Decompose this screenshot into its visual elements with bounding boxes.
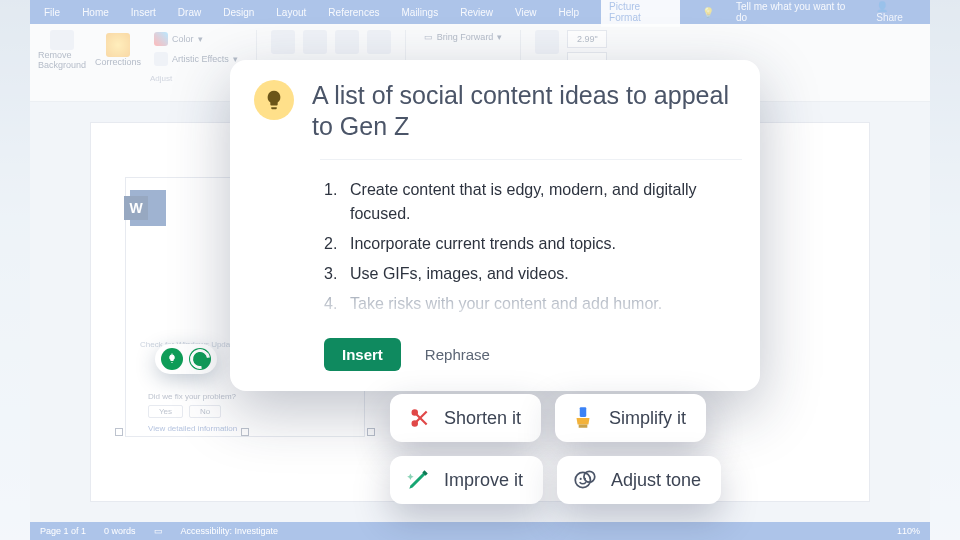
svg-rect-0: [580, 407, 587, 417]
title-bar: File Home Insert Draw Design Layout Refe…: [30, 0, 930, 24]
tab-references[interactable]: References: [328, 7, 379, 18]
remove-background-button[interactable]: Remove Background: [38, 30, 86, 70]
suggestion-card: A list of social content ideas to appeal…: [230, 60, 760, 391]
grammarly-icon: [189, 348, 211, 370]
feedback-dialog: Did we fix your problem? Yes No View det…: [148, 392, 308, 433]
suggestion-chips: Shorten it Simplify it Improve it Adjust…: [390, 394, 830, 504]
bring-forward-button[interactable]: ▭ Bring Forward ▾: [420, 30, 507, 44]
tab-file[interactable]: File: [44, 7, 60, 18]
tab-layout[interactable]: Layout: [276, 7, 306, 18]
picture-style-1[interactable]: [271, 30, 295, 54]
status-accessibility[interactable]: Accessibility: Investigate: [181, 526, 279, 536]
scissors-icon: [404, 404, 432, 432]
lightbulb-icon: [254, 80, 294, 120]
pencil-sparkle-icon: [404, 466, 432, 494]
status-zoom[interactable]: 110%: [897, 526, 920, 536]
status-page[interactable]: Page 1 of 1: [40, 526, 86, 536]
insert-button[interactable]: Insert: [324, 338, 401, 371]
crop-button[interactable]: [535, 30, 559, 54]
tab-design[interactable]: Design: [223, 7, 254, 18]
height-spinner[interactable]: 2.99": [567, 30, 607, 48]
svg-rect-1: [579, 425, 588, 428]
suggestion-body: Create content that is edgy, modern, and…: [320, 159, 742, 328]
svg-point-2: [575, 472, 590, 487]
rephrase-button[interactable]: Rephrase: [425, 346, 490, 363]
tab-review[interactable]: Review: [460, 7, 493, 18]
tab-help[interactable]: Help: [558, 7, 579, 18]
list-item: Create content that is edgy, modern, and…: [324, 178, 720, 226]
tab-picture-format[interactable]: Picture Format: [601, 0, 680, 27]
emoji-icon: [571, 466, 599, 494]
yes-button[interactable]: Yes: [148, 405, 183, 418]
share-button: 👤 Share: [876, 1, 916, 23]
status-words[interactable]: 0 words: [104, 526, 136, 536]
group-label-adjust: Adjust: [150, 74, 172, 83]
list-item: Incorporate current trends and topics.: [324, 232, 720, 256]
tell-me[interactable]: Tell me what you want to do: [736, 1, 854, 23]
picture-style-3[interactable]: [335, 30, 359, 54]
color-button[interactable]: Color ▾: [150, 30, 207, 48]
status-bar: Page 1 of 1 0 words ▭ Accessibility: Inv…: [30, 522, 930, 540]
svg-point-5: [584, 478, 586, 480]
word-logo-icon: W: [130, 190, 166, 226]
shorten-chip[interactable]: Shorten it: [390, 394, 541, 442]
list-item: Use GIFs, images, and videos.: [324, 262, 720, 286]
svg-point-4: [580, 478, 582, 480]
no-button[interactable]: No: [189, 405, 221, 418]
suggestion-title: A list of social content ideas to appeal…: [312, 80, 732, 141]
tab-home[interactable]: Home: [82, 7, 109, 18]
selection-handles[interactable]: [115, 432, 375, 433]
simplify-chip[interactable]: Simplify it: [555, 394, 706, 442]
tab-insert[interactable]: Insert: [131, 7, 156, 18]
corrections-button[interactable]: Corrections: [94, 30, 142, 70]
picture-style-4[interactable]: [367, 30, 391, 54]
picture-style-2[interactable]: [303, 30, 327, 54]
tab-draw[interactable]: Draw: [178, 7, 201, 18]
grammarly-pill[interactable]: [155, 344, 217, 374]
tab-view[interactable]: View: [515, 7, 537, 18]
tab-mailings[interactable]: Mailings: [401, 7, 438, 18]
adjust-tone-chip[interactable]: Adjust tone: [557, 456, 721, 504]
brush-icon: [569, 404, 597, 432]
lightbulb-plus-icon: [161, 348, 183, 370]
artistic-effects-button[interactable]: Artistic Effects ▾: [150, 50, 242, 68]
improve-chip[interactable]: Improve it: [390, 456, 543, 504]
